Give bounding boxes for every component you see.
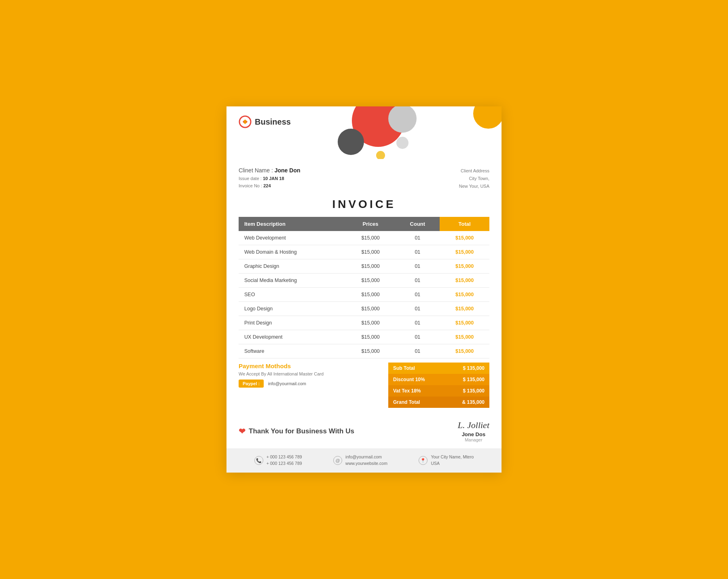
logo-text: Business	[255, 117, 291, 127]
row-description: Web Development	[239, 231, 346, 245]
row-price: $15,000	[346, 316, 396, 330]
invoice-no-label: Invoice No :	[239, 183, 262, 188]
total-label: Sub Total	[388, 363, 445, 374]
table-row: Web Development $15,000 01 $15,000	[239, 231, 489, 245]
total-row: Vat Tex 18% $ 135,000	[388, 385, 489, 397]
manager-name: Jone Dos	[458, 431, 489, 437]
paypal-label: Paypel :	[239, 380, 264, 388]
footer-phone1: + 000 123 456 789	[267, 454, 302, 460]
payment-title-orange: Mothods	[266, 363, 291, 369]
row-total: $15,000	[440, 344, 489, 358]
invoice-document: Business Clinet Name : Jone Don Issue da…	[226, 106, 502, 473]
total-label: Vat Tex 18%	[388, 385, 445, 397]
row-description: Logo Design	[239, 302, 346, 316]
row-price: $15,000	[346, 231, 396, 245]
table-row: Logo Design $15,000 01 $15,000	[239, 302, 489, 316]
row-description: Software	[239, 344, 346, 358]
client-info-left: Clinet Name : Jone Don Issue date : 10 J…	[239, 167, 300, 190]
total-value: $ 135,000	[445, 385, 489, 397]
signature-section: L. Jolliet Jone Dos Manager	[458, 420, 489, 442]
logo: Business	[239, 115, 291, 128]
phone-icon: 📞	[254, 456, 263, 465]
row-total: $15,000	[440, 259, 489, 274]
client-name: Clinet Name : Jone Don	[239, 167, 300, 174]
table-row: Web Domain & Hosting $15,000 01 $15,000	[239, 245, 489, 259]
payment-section: Payment Mothods We Accept By All Interna…	[239, 363, 388, 408]
footer-phone2: + 000 123 456 789	[267, 460, 302, 467]
row-total: $15,000	[440, 316, 489, 330]
table-row: Software $15,000 01 $15,000	[239, 344, 489, 358]
row-description: SEO	[239, 288, 346, 302]
row-total: $15,000	[440, 274, 489, 288]
total-row: Sub Total $ 135,000	[388, 363, 489, 374]
row-count: 01	[395, 274, 440, 288]
total-row: Grand Total & 135,000	[388, 397, 489, 408]
row-count: 01	[395, 330, 440, 344]
manager-title: Manager	[458, 437, 489, 442]
client-section: Clinet Name : Jone Don Issue date : 10 J…	[226, 159, 502, 194]
circle-tiny-yellow-decoration	[376, 151, 385, 159]
invoice-no-value: 224	[263, 183, 271, 188]
invoice-title: INVOICE	[226, 194, 502, 217]
row-price: $15,000	[346, 274, 396, 288]
row-price: $15,000	[346, 259, 396, 274]
footer-email-value: info@yourmail.com	[345, 454, 387, 460]
paypal-email: info@yourmail.com	[268, 381, 306, 386]
client-name-label: Clinet Name :	[239, 167, 273, 174]
row-price: $15,000	[346, 245, 396, 259]
total-value: & 135,000	[445, 397, 489, 408]
col-header-prices: Prices	[346, 217, 396, 231]
client-address: Client Address City Town, New Your, USA	[459, 167, 489, 190]
row-count: 01	[395, 302, 440, 316]
row-description: Social Media Marketing	[239, 274, 346, 288]
circle-gray-decoration	[388, 106, 417, 133]
footer-phone: 📞 + 000 123 456 789 + 000 123 456 789	[254, 454, 302, 467]
row-total: $15,000	[440, 231, 489, 245]
row-total: $15,000	[440, 302, 489, 316]
footer-address-text: Your City Name, Mtero USA	[431, 454, 474, 467]
circle-small-gray-decoration	[396, 137, 408, 149]
row-count: 01	[395, 245, 440, 259]
row-count: 01	[395, 259, 440, 274]
total-label: Discount 10%	[388, 374, 445, 385]
bottom-section: Payment Mothods We Accept By All Interna…	[239, 363, 489, 408]
row-count: 01	[395, 344, 440, 358]
table-row: Social Media Marketing $15,000 01 $15,00…	[239, 274, 489, 288]
issue-date-label: Issue date :	[239, 176, 262, 181]
table-row: UX Development $15,000 01 $15,000	[239, 330, 489, 344]
total-value: $ 135,000	[445, 374, 489, 385]
circle-dark-decoration	[338, 129, 364, 155]
table-row: SEO $15,000 01 $15,000	[239, 288, 489, 302]
col-header-total: Total	[440, 217, 489, 231]
table-body: Web Development $15,000 01 $15,000 Web D…	[239, 231, 489, 358]
row-count: 01	[395, 231, 440, 245]
col-header-count: Count	[395, 217, 440, 231]
row-description: UX Development	[239, 330, 346, 344]
row-total: $15,000	[440, 330, 489, 344]
totals-table: Sub Total $ 135,000 Discount 10% $ 135,0…	[388, 363, 489, 408]
invoice-footer: 📞 + 000 123 456 789 + 000 123 456 789 @ …	[226, 448, 502, 473]
thank-you-section: ❤ Thank You for Business With Us L. Joll…	[226, 412, 502, 448]
footer-address: 📍 Your City Name, Mtero USA	[419, 454, 474, 467]
address-line2: City Town,	[459, 175, 489, 182]
footer-address1: Your City Name, Mtero	[431, 454, 474, 460]
row-total: $15,000	[440, 245, 489, 259]
issue-date-value: 10 JAN 18	[263, 176, 284, 181]
paypal-line: Paypel : info@yourmail.com	[239, 380, 380, 388]
payment-description: We Accept By All International Master Ca…	[239, 371, 380, 376]
payment-title: Payment Mothods	[239, 363, 380, 369]
client-name-value: Jone Don	[275, 167, 301, 174]
row-description: Print Design	[239, 316, 346, 330]
row-count: 01	[395, 316, 440, 330]
table-header: Item Description Prices Count Total	[239, 217, 489, 231]
heart-icon: ❤	[239, 426, 245, 436]
footer-website: www.yourwebsite.com	[345, 460, 387, 467]
footer-phone-text: + 000 123 456 789 + 000 123 456 789	[267, 454, 302, 467]
row-price: $15,000	[346, 330, 396, 344]
col-header-description: Item Description	[239, 217, 346, 231]
row-count: 01	[395, 288, 440, 302]
total-label: Grand Total	[388, 397, 445, 408]
location-icon: 📍	[419, 456, 427, 465]
address-line1: Client Address	[459, 167, 489, 175]
row-description: Web Domain & Hosting	[239, 245, 346, 259]
